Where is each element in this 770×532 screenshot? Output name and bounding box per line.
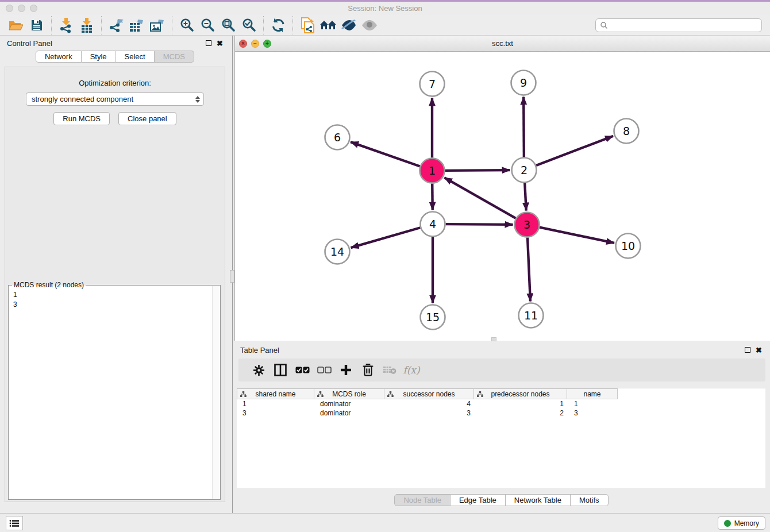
control-panel-title: Control Panel [7,39,52,48]
import-table-icon[interactable] [76,17,97,34]
toolbar-separator [292,16,293,34]
table-tab-motifs[interactable]: Motifs [571,494,609,506]
toolbar-separator [172,16,172,34]
add-icon[interactable] [335,361,357,379]
node-table[interactable]: shared nameMCDS rolesuccessor nodesprede… [237,388,765,488]
column-label: MCDS role [332,390,366,398]
float-panel-icon[interactable] [206,40,211,46]
svg-text:10: 10 [621,240,635,252]
close-panel-icon[interactable]: ✖ [217,40,223,47]
node-2[interactable]: 2 [512,158,537,183]
tab-select[interactable]: Select [116,51,155,63]
search-input[interactable] [608,21,757,29]
gear-icon[interactable] [248,361,270,379]
zoom-out-icon[interactable] [197,17,218,34]
edge-2-9[interactable] [523,97,524,157]
export-network-icon[interactable] [106,17,126,34]
task-history-button[interactable] [6,516,23,530]
node-6[interactable]: 6 [325,125,350,150]
split-columns-icon[interactable] [270,361,291,379]
node-10[interactable]: 10 [616,234,641,259]
export-table-icon[interactable] [126,17,147,34]
node-8[interactable]: 8 [614,119,639,144]
edge-2-8[interactable] [536,136,613,165]
column-header-MCDS-role[interactable]: MCDS role [314,388,384,399]
result-scrollbar[interactable] [212,286,220,499]
table-tab-network-table[interactable]: Network Table [506,494,571,506]
list-icon [9,519,20,527]
show-details-icon[interactable] [359,17,380,34]
network-window-titlebar[interactable]: scc.txt × − + [235,36,770,52]
select-none-unchecked-icon[interactable] [313,361,335,379]
network-window-title: scc.txt [235,39,770,48]
optimization-criterion-dropdown[interactable]: strongly connected component [26,92,204,106]
mcds-panel: Optimization criterion: strongly connect… [5,67,225,502]
home-icon[interactable] [318,17,338,34]
export-image-icon[interactable] [147,17,168,34]
window-title: Session: New Session [0,4,770,13]
table-tab-edge-table[interactable]: Edge Table [451,494,506,506]
svg-text:1: 1 [429,164,436,177]
table-row[interactable]: 1dominator411 [237,399,765,408]
column-header-shared-name[interactable]: shared name [237,388,314,399]
edge-3-11[interactable] [528,237,530,301]
clone-network-icon[interactable] [297,17,318,34]
open-folder-icon[interactable] [6,17,26,34]
node-14[interactable]: 14 [325,240,350,264]
table-tab-node-table[interactable]: Node Table [394,494,451,506]
edge-1-6[interactable] [351,142,420,166]
node-4[interactable]: 4 [421,212,445,237]
edge-4-3[interactable] [445,224,513,225]
node-7[interactable]: 7 [420,72,445,97]
node-3[interactable]: 3 [515,213,540,237]
import-network-icon[interactable] [56,17,76,34]
search-box[interactable] [595,18,762,32]
main-toolbar [0,15,770,36]
edge-1-2[interactable] [445,170,510,171]
edge-4-14[interactable] [351,228,421,248]
zoom-in-icon[interactable] [176,17,197,34]
control-panel-header: Control Panel ✖ [0,36,230,51]
memory-status-icon [724,520,731,527]
close-panel-button[interactable]: Close panel [118,112,176,125]
table-panel: Table Panel ✖ f(x) shared nameMCDS roles… [233,343,770,513]
function-fx-icon: f(x) [401,361,422,379]
svg-text:6: 6 [334,131,341,144]
save-icon[interactable] [26,17,47,34]
network-canvas[interactable]: 7968124314101511 [235,52,770,340]
table-row[interactable]: 3dominator323 [237,408,765,418]
svg-text:8: 8 [623,125,630,137]
svg-text:15: 15 [426,311,440,323]
table-float-panel-icon[interactable] [745,347,750,353]
dropdown-chevrons-icon [195,96,200,103]
memory-button[interactable]: Memory [718,516,765,530]
table-close-panel-icon[interactable]: ✖ [756,346,762,354]
table-tabs-bar: Node TableEdge TableNetwork TableMotifs [233,494,770,506]
node-11[interactable]: 11 [519,303,544,328]
zoom-selected-icon[interactable] [238,17,259,34]
column-header-predecessor-nodes[interactable]: predecessor nodes [474,388,567,399]
run-mcds-button[interactable]: Run MCDS [53,112,110,125]
divider-grip[interactable] [230,270,234,283]
edge-3-10[interactable] [540,228,614,243]
tab-style[interactable]: Style [82,51,116,63]
select-all-checked-icon[interactable] [291,361,313,379]
network-graph[interactable]: 7968124314101511 [235,52,770,340]
node-1[interactable]: 1 [420,159,445,183]
tab-mcds[interactable]: MCDS [155,51,194,63]
svg-text:9: 9 [520,76,527,89]
edge-2-3[interactable] [525,183,526,210]
horizontal-divider-grip[interactable] [491,337,496,341]
edge-3-1[interactable] [444,178,515,218]
zoom-fit-icon[interactable] [218,17,238,34]
column-header-name[interactable]: name [567,388,618,399]
tab-network[interactable]: Network [36,51,82,63]
trash-icon[interactable] [357,361,379,379]
status-bar: Memory [0,513,770,532]
refresh-icon[interactable] [268,17,288,34]
node-15[interactable]: 15 [421,305,445,330]
hide-details-icon[interactable] [338,17,359,34]
result-node-id: 1 [13,290,220,300]
node-9[interactable]: 9 [511,71,536,95]
column-header-successor-nodes[interactable]: successor nodes [384,388,474,399]
